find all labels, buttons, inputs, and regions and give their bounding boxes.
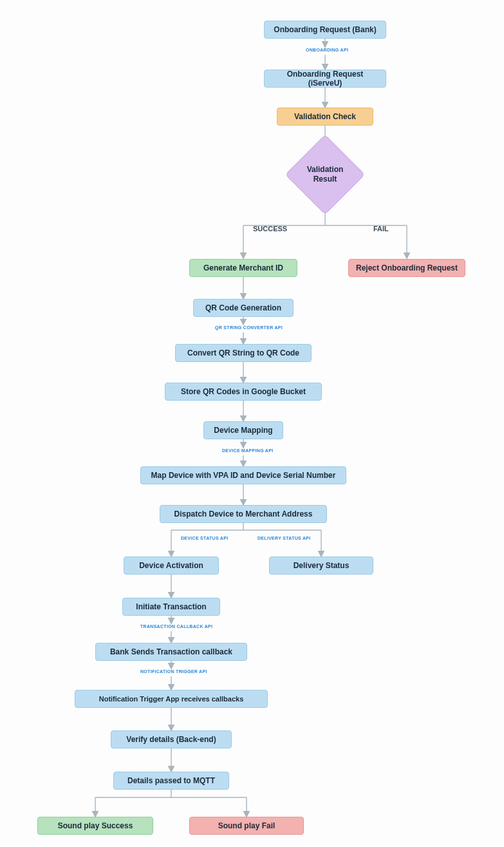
node-sound-fail: Sound play Fail bbox=[189, 817, 304, 835]
flowchart-canvas: Onboarding Request (Bank) ONBOARDING API… bbox=[0, 0, 504, 847]
node-notification-trigger: Notification Trigger App receives callba… bbox=[75, 690, 268, 708]
api-label-qr-string: QR STRING CONVERTER API bbox=[215, 325, 283, 330]
node-validation-check: Validation Check bbox=[277, 108, 373, 126]
node-sound-success: Sound play Success bbox=[37, 817, 153, 835]
node-validation-result: Validation Result bbox=[297, 147, 353, 202]
node-reject-request: Reject Onboarding Request bbox=[348, 259, 465, 277]
node-device-mapping: Device Mapping bbox=[203, 421, 283, 439]
node-convert-qr: Convert QR String to QR Code bbox=[175, 344, 312, 362]
node-map-device: Map Device with VPA ID and Device Serial… bbox=[140, 466, 346, 484]
node-delivery-status: Delivery Status bbox=[269, 557, 373, 575]
node-dispatch-device: Dispatch Device to Merchant Address bbox=[160, 505, 327, 523]
api-label-device-mapping: DEVICE MAPPING API bbox=[222, 448, 273, 453]
branch-label-success: SUCCESS bbox=[253, 225, 287, 233]
node-initiate-transaction: Initiate Transaction bbox=[122, 598, 220, 616]
branch-label-fail: FAIL bbox=[373, 225, 389, 233]
node-mqtt: Details passed to MQTT bbox=[113, 772, 229, 790]
node-onboarding-iserveu: Onboarding Request (iServeU) bbox=[264, 70, 386, 88]
api-label-notif-trigger: NOTIFICATION TRIGGER API bbox=[140, 669, 207, 674]
node-store-qr: Store QR Codes in Google Bucket bbox=[165, 383, 322, 401]
api-label-delivery-status: DELIVERY STATUS API bbox=[257, 536, 311, 540]
node-generate-merchant: Generate Merchant ID bbox=[189, 259, 297, 277]
api-label-device-status: DEVICE STATUS API bbox=[181, 536, 228, 540]
validation-result-text: Validation Result bbox=[307, 165, 344, 184]
node-verify-backend: Verify details (Back-end) bbox=[111, 730, 232, 748]
node-qr-generation: QR Code Generation bbox=[193, 299, 294, 317]
api-label-onboarding: ONBOARDING API bbox=[306, 48, 348, 52]
node-device-activation: Device Activation bbox=[124, 557, 219, 575]
api-label-txn-callback: TRANSACTION CALLBACK API bbox=[140, 624, 212, 629]
node-onboarding-bank: Onboarding Request (Bank) bbox=[264, 21, 386, 39]
node-bank-callback: Bank Sends Transaction callback bbox=[95, 643, 247, 661]
